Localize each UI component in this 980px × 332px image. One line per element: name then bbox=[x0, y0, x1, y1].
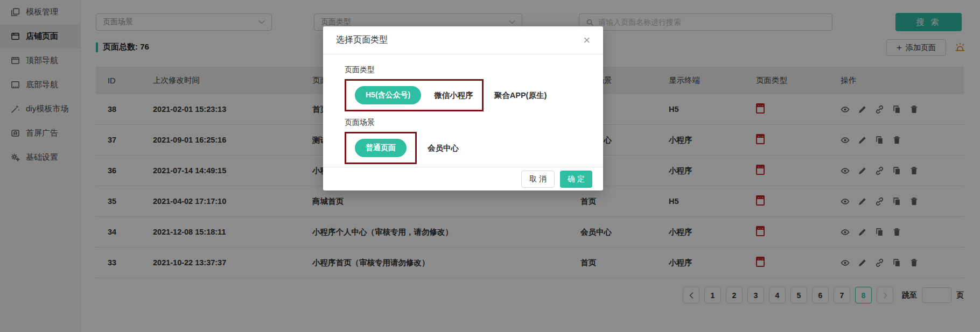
option-1[interactable]: 微信小程序 bbox=[434, 90, 473, 101]
screen: 模板管理店铺页面顶部导航底部导航diy模板市场首屏广告基础设置 页面场景 页面类… bbox=[0, 0, 980, 332]
close-icon[interactable]: × bbox=[583, 34, 590, 46]
select-page-type-modal: 选择页面类型 × 页面类型 H5(含公众号)微信小程序聚合APP(原生) 页面场… bbox=[323, 26, 603, 190]
option-selected-0[interactable]: H5(含公众号) bbox=[355, 86, 421, 104]
page-type-options: H5(含公众号)微信小程序聚合APP(原生) bbox=[345, 79, 603, 111]
modal-header: 选择页面类型 × bbox=[323, 26, 603, 54]
option-1[interactable]: 会员中心 bbox=[428, 143, 459, 153]
confirm-button[interactable]: 确 定 bbox=[560, 171, 592, 188]
page-scene-section-label: 页面场景 bbox=[345, 118, 603, 128]
annotation-box-page-type: H5(含公众号)微信小程序 bbox=[345, 79, 484, 111]
option-selected-0[interactable]: 普通页面 bbox=[355, 139, 407, 157]
page-scene-options: 普通页面会员中心 bbox=[345, 132, 603, 164]
annotation-box-page-scene: 普通页面 bbox=[345, 132, 417, 164]
option-2[interactable]: 聚合APP(原生) bbox=[494, 90, 547, 101]
modal-body: 页面类型 H5(含公众号)微信小程序聚合APP(原生) 页面场景 普通页面会员中… bbox=[323, 54, 603, 164]
page-type-section-label: 页面类型 bbox=[345, 65, 603, 75]
modal-footer: 取 消 确 定 bbox=[323, 167, 603, 190]
modal-title: 选择页面类型 bbox=[336, 34, 388, 46]
cancel-button[interactable]: 取 消 bbox=[521, 171, 555, 188]
